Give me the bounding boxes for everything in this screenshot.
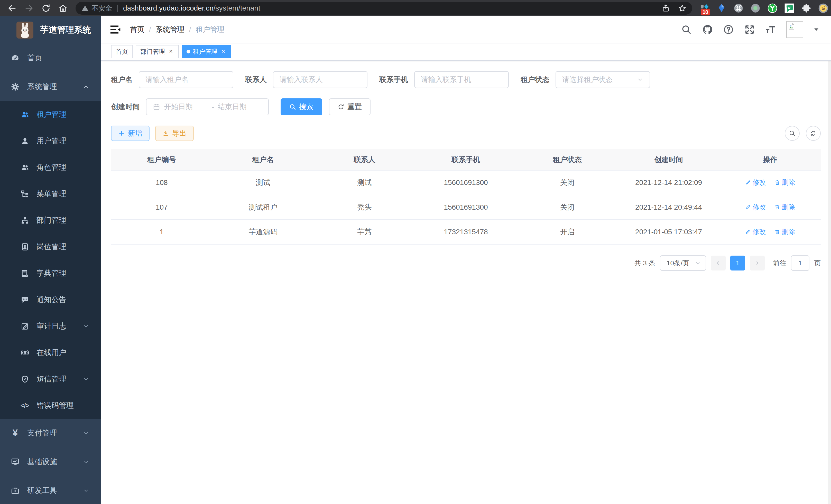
- extension-yudao-icon[interactable]: [767, 3, 778, 13]
- table-row[interactable]: 1 芋道源码 芋艿 17321315478 开启 2021-01-05 17:0…: [111, 219, 821, 244]
- profile-avatar-emoji[interactable]: [818, 3, 828, 13]
- contact-input[interactable]: [280, 76, 361, 84]
- tag-dept[interactable]: 部门管理 ×: [136, 45, 179, 58]
- sidebar-item-audit-log[interactable]: 审计日志: [0, 313, 101, 339]
- extension-kite-icon[interactable]: [716, 3, 727, 13]
- extension-chat-icon[interactable]: [784, 3, 795, 13]
- sidebar-item-error-code[interactable]: </> 错误码管理: [0, 392, 101, 419]
- search-button[interactable]: 搜索: [281, 98, 322, 115]
- search-form-row-1: 租户名 联系人 联系手机 租户状态: [111, 71, 821, 88]
- tenant-name-input[interactable]: [145, 76, 227, 84]
- sidebar-item-role[interactable]: 角色管理: [0, 154, 101, 181]
- delete-link[interactable]: 删除: [774, 227, 795, 236]
- sidebar-toggle-icon[interactable]: [110, 24, 121, 35]
- roles-users-icon: [21, 163, 29, 172]
- app-title: 芋道管理系统: [40, 24, 91, 36]
- chevron-down-icon: [637, 76, 643, 83]
- sidebar-item-system[interactable]: 系统管理: [0, 72, 101, 101]
- font-size-icon[interactable]: [765, 24, 776, 35]
- edit-link[interactable]: 修改: [745, 227, 766, 236]
- sidebar-item-user[interactable]: 用户管理: [0, 128, 101, 154]
- notice-chat-icon: [21, 295, 29, 304]
- toggle-search-button[interactable]: [785, 126, 800, 141]
- sidebar-item-sms[interactable]: 短信管理: [0, 366, 101, 392]
- header-search-icon[interactable]: [681, 24, 692, 35]
- breadcrumb-item-home[interactable]: 首页: [130, 25, 144, 34]
- avatar-caret-down-icon[interactable]: [811, 24, 822, 35]
- sidebar-item-infra[interactable]: 基础设施: [0, 447, 101, 476]
- reset-button[interactable]: 重置: [329, 98, 371, 115]
- sidebar-item-post[interactable]: 岗位管理: [0, 234, 101, 260]
- browser-toolbar: 不安全 dashboard.yudao.iocoder.cn/system/te…: [0, 0, 831, 16]
- browser-address-bar[interactable]: 不安全 dashboard.yudao.iocoder.cn/system/te…: [76, 2, 692, 14]
- edit-link[interactable]: 修改: [745, 178, 766, 187]
- goto-label: 前往: [773, 259, 786, 268]
- sidebar-item-menu[interactable]: 菜单管理: [0, 181, 101, 207]
- status-select[interactable]: [555, 71, 650, 88]
- prev-page-button[interactable]: [711, 256, 726, 270]
- sidebar-logo[interactable]: 芋道管理系统: [0, 16, 101, 44]
- extension-dot-icon[interactable]: [750, 3, 761, 13]
- browser-back-icon[interactable]: [7, 3, 17, 13]
- contact-field[interactable]: [273, 71, 368, 88]
- sidebar-item-home[interactable]: 首页: [0, 44, 101, 72]
- browser-forward-icon[interactable]: [24, 3, 34, 13]
- refresh-icon: [810, 130, 816, 137]
- col-status: 租户状态: [516, 149, 618, 170]
- edit-link[interactable]: 修改: [745, 203, 766, 212]
- bookmark-star-icon[interactable]: [678, 4, 687, 12]
- phone-label: 联系手机: [379, 75, 408, 85]
- refresh-table-button[interactable]: [806, 126, 821, 141]
- code-icon: </>: [21, 401, 29, 410]
- tenant-name-field[interactable]: [139, 71, 233, 88]
- date-range-picker[interactable]: 开始日期 - 结束日期: [146, 98, 269, 115]
- status-select-input[interactable]: [562, 76, 635, 84]
- download-icon: [163, 130, 169, 137]
- sidebar-item-dev-tools[interactable]: 研发工具: [0, 476, 101, 504]
- phone-input[interactable]: [421, 76, 502, 84]
- end-date-placeholder[interactable]: 结束日期: [218, 102, 262, 112]
- tag-close-icon[interactable]: ×: [220, 48, 227, 55]
- extension-command-icon[interactable]: [733, 3, 744, 13]
- fullscreen-icon[interactable]: [744, 24, 755, 35]
- tag-tenant[interactable]: 租户管理 ×: [182, 45, 231, 58]
- share-icon[interactable]: [661, 4, 670, 12]
- edit-pencil-icon: [745, 229, 751, 235]
- page-scrollbar[interactable]: [828, 16, 831, 504]
- delete-link[interactable]: 删除: [774, 203, 795, 212]
- sidebar-item-notice[interactable]: 通知公告: [0, 287, 101, 313]
- post-badge-icon: [21, 242, 29, 251]
- page-size-select[interactable]: 10条/页: [660, 255, 706, 271]
- browser-reload-icon[interactable]: [41, 3, 51, 13]
- tag-close-icon[interactable]: ×: [168, 48, 174, 55]
- page-number-1[interactable]: 1: [730, 256, 745, 270]
- export-button[interactable]: 导出: [155, 126, 194, 141]
- header-actions: [681, 21, 822, 38]
- delete-link[interactable]: 删除: [774, 178, 795, 187]
- breadcrumb: 首页 / 系统管理 / 租户管理: [130, 25, 225, 34]
- security-warning-icon[interactable]: [81, 4, 89, 12]
- help-icon[interactable]: [723, 24, 734, 35]
- breadcrumb-item-system[interactable]: 系统管理: [156, 25, 184, 34]
- sidebar-item-tenant[interactable]: 租户管理: [0, 101, 101, 128]
- add-button[interactable]: 新增: [111, 126, 149, 141]
- sidebar-item-dict[interactable]: 字典管理: [0, 260, 101, 287]
- tag-home[interactable]: 首页: [111, 45, 133, 58]
- table-row[interactable]: 107 测试租户 秃头 15601691300 关闭 2021-12-14 20…: [111, 195, 821, 219]
- start-date-placeholder[interactable]: 开始日期: [164, 102, 208, 112]
- sidebar-item-dept[interactable]: 部门管理: [0, 207, 101, 234]
- sidebar-item-pay[interactable]: ¥ 支付管理: [0, 419, 101, 447]
- phone-field[interactable]: [414, 71, 509, 88]
- sidebar-item-online-users[interactable]: 在线用户: [0, 339, 101, 366]
- user-avatar[interactable]: [786, 21, 803, 38]
- plus-icon: [118, 130, 125, 137]
- extension-grid-icon[interactable]: 10: [699, 3, 710, 13]
- extensions-puzzle-icon[interactable]: [801, 3, 811, 13]
- table-row[interactable]: 108 测试 测试 15601691300 关闭 2021-12-14 21:0…: [111, 170, 821, 195]
- tags-view: 首页 部门管理 × 租户管理 ×: [101, 43, 831, 61]
- github-icon[interactable]: [702, 24, 713, 35]
- gear-icon: [11, 83, 20, 91]
- next-page-button[interactable]: [750, 256, 765, 270]
- browser-home-icon[interactable]: [58, 3, 68, 13]
- goto-page-input[interactable]: [791, 255, 809, 271]
